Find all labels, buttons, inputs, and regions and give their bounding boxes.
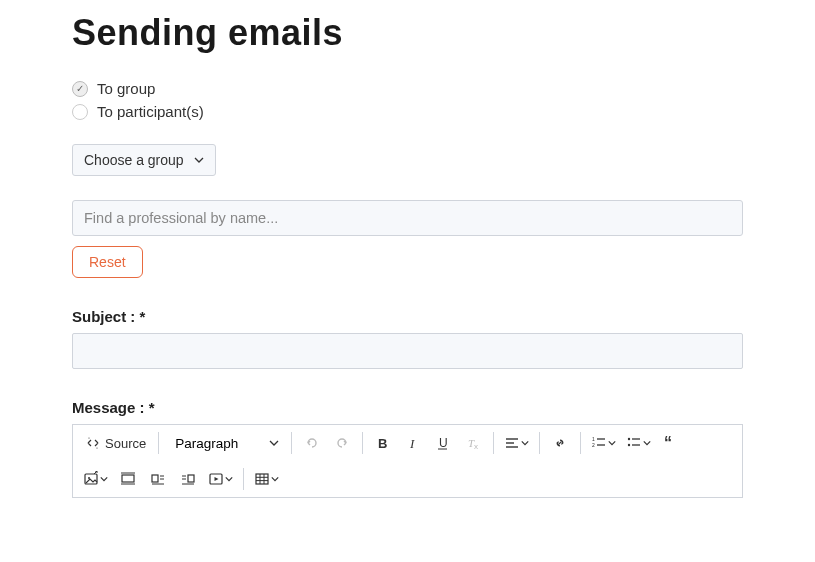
underline-button[interactable]: U (429, 429, 457, 457)
svg-point-16 (628, 444, 630, 446)
image-full-button[interactable] (114, 465, 142, 493)
bullet-list-button[interactable] (622, 429, 655, 457)
image-right-button[interactable] (174, 465, 202, 493)
numbered-list-button[interactable]: 12 (587, 429, 620, 457)
numbered-list-icon: 12 (591, 435, 607, 451)
source-icon (85, 435, 101, 451)
image-left-icon (150, 471, 166, 487)
chevron-down-icon (643, 439, 651, 447)
redo-icon (334, 435, 350, 451)
toolbar-separator (291, 432, 292, 454)
blockquote-button[interactable]: “ (657, 429, 685, 457)
toolbar-separator (580, 432, 581, 454)
chevron-down-icon (100, 475, 108, 483)
heading-select[interactable]: Paragraph (165, 429, 285, 457)
chevron-down-icon (608, 439, 616, 447)
undo-button[interactable] (298, 429, 326, 457)
bold-button[interactable]: B (369, 429, 397, 457)
radio-to-participants-label: To participant(s) (97, 103, 204, 120)
radio-to-group-label: To group (97, 80, 155, 97)
svg-rect-34 (256, 474, 268, 484)
toolbar-separator (362, 432, 363, 454)
editor-toolbar: Source Paragraph B (72, 424, 743, 461)
svg-rect-22 (122, 475, 134, 482)
svg-point-0 (88, 437, 89, 438)
image-right-icon (180, 471, 196, 487)
radio-checked-icon (72, 81, 88, 97)
link-icon (552, 435, 568, 451)
chevron-down-icon (271, 475, 279, 483)
toolbar-separator (158, 432, 159, 454)
image-full-icon (120, 471, 136, 487)
svg-text:I: I (409, 436, 415, 451)
radio-to-group[interactable]: To group (72, 80, 743, 97)
media-icon (208, 471, 224, 487)
source-button[interactable]: Source (79, 429, 152, 457)
radio-unchecked-icon (72, 104, 88, 120)
source-button-label: Source (105, 436, 146, 451)
group-select-value: Choose a group (84, 152, 184, 168)
align-left-icon (504, 435, 520, 451)
subject-label: Subject : * (72, 308, 743, 325)
table-icon (254, 471, 270, 487)
editor-toolbar-row2 (72, 461, 743, 498)
message-label: Message : * (72, 399, 743, 416)
insert-image-button[interactable] (79, 465, 112, 493)
svg-text:U: U (439, 436, 448, 450)
redo-button[interactable] (328, 429, 356, 457)
italic-icon: I (405, 435, 421, 451)
undo-icon (304, 435, 320, 451)
radio-to-participants[interactable]: To participant(s) (72, 103, 743, 120)
italic-button[interactable]: I (399, 429, 427, 457)
insert-table-button[interactable] (250, 465, 283, 493)
recipient-radio-group: To group To participant(s) (72, 80, 743, 120)
chevron-down-icon (521, 439, 529, 447)
group-select[interactable]: Choose a group (72, 144, 216, 176)
image-left-button[interactable] (144, 465, 172, 493)
subject-input[interactable] (72, 333, 743, 369)
toolbar-separator (493, 432, 494, 454)
bullet-list-icon (626, 435, 642, 451)
align-button[interactable] (500, 429, 533, 457)
chevron-down-icon (225, 475, 233, 483)
toolbar-separator (539, 432, 540, 454)
page-title: Sending emails (72, 12, 743, 54)
svg-rect-25 (152, 475, 158, 482)
image-icon (83, 471, 99, 487)
insert-media-button[interactable] (204, 465, 237, 493)
quote-icon: “ (663, 435, 679, 451)
professional-search-input[interactable] (72, 200, 743, 236)
reset-button[interactable]: Reset (72, 246, 143, 278)
remove-format-button[interactable]: Tx (459, 429, 487, 457)
chevron-down-icon (194, 155, 204, 165)
remove-format-icon: Tx (465, 435, 481, 451)
svg-text:B: B (378, 436, 387, 451)
svg-rect-29 (188, 475, 194, 482)
svg-point-1 (96, 447, 97, 448)
svg-text:2: 2 (592, 442, 595, 448)
underline-icon: U (435, 435, 451, 451)
svg-point-15 (628, 438, 630, 440)
svg-text:x: x (474, 442, 478, 451)
toolbar-separator (243, 468, 244, 490)
bold-icon: B (375, 435, 391, 451)
svg-text:“: “ (664, 435, 672, 451)
link-button[interactable] (546, 429, 574, 457)
